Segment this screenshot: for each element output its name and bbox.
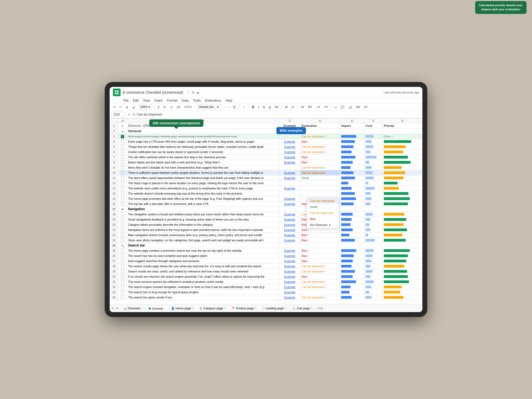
- italic-button[interactable]: I: [257, 104, 260, 110]
- checkbox-unchecked[interactable]: [121, 171, 124, 174]
- checkbox-unchecked[interactable]: [121, 192, 124, 195]
- checkbox-unchecked[interactable]: [121, 140, 124, 143]
- row-check[interactable]: [118, 295, 127, 300]
- row-example[interactable]: Example: [279, 196, 300, 201]
- row-check[interactable]: ●: [118, 128, 127, 134]
- row-check[interactable]: [118, 284, 127, 290]
- redo-button[interactable]: ↪: [118, 105, 123, 109]
- row-example[interactable]: Example: [279, 201, 300, 207]
- cloud-icon[interactable]: ☁: [196, 90, 199, 94]
- row-check[interactable]: [118, 196, 127, 201]
- folder-icon[interactable]: ⊟: [192, 90, 194, 94]
- row-check[interactable]: [118, 165, 127, 170]
- bold-button[interactable]: B: [251, 104, 255, 110]
- menu-insert[interactable]: Insert: [154, 99, 163, 102]
- row-example[interactable]: Example: [279, 144, 300, 149]
- checkbox-unchecked[interactable]: [121, 202, 124, 205]
- checkbox-unchecked[interactable]: [121, 181, 124, 184]
- dropdown-item-good[interactable]: Good: [307, 204, 339, 210]
- row-example[interactable]: Example: [279, 233, 300, 238]
- dropdown-item-can-be-improved2[interactable]: Can be Improved: [307, 210, 339, 216]
- row-example[interactable]: Example: [279, 175, 300, 181]
- checkbox-unchecked[interactable]: [121, 264, 124, 268]
- checkbox-unchecked[interactable]: [121, 275, 124, 278]
- row-check[interactable]: [118, 186, 127, 191]
- comment-button[interactable]: 💬: [340, 105, 346, 109]
- row-example[interactable]: Example: [279, 279, 300, 284]
- evaluation-dropdown[interactable]: Can be Improved Good Can be Improved Bad…: [306, 198, 339, 228]
- row-example[interactable]: Example: [279, 248, 300, 253]
- font-size-input[interactable]: 9: [232, 105, 240, 109]
- row-check[interactable]: [118, 290, 127, 295]
- text-color-button[interactable]: A▾: [274, 105, 279, 109]
- font-minus-button[interactable]: −: [227, 105, 230, 109]
- undo-button[interactable]: ↩: [112, 105, 116, 109]
- row-check[interactable]: [118, 279, 127, 284]
- checkbox-unchecked[interactable]: [121, 160, 124, 164]
- col-header-c[interactable]: C: [279, 119, 300, 123]
- checkbox-unchecked[interactable]: [121, 145, 124, 148]
- row-check[interactable]: [118, 259, 127, 264]
- row-check[interactable]: [118, 201, 127, 207]
- row-check[interactable]: ✓: [118, 134, 127, 139]
- add-sheet-button[interactable]: +: [112, 306, 114, 310]
- function-button[interactable]: Σ▾: [363, 105, 369, 109]
- row-example[interactable]: Example: [279, 217, 300, 222]
- row-example[interactable]: Example: [279, 227, 300, 233]
- strikethrough-button[interactable]: S: [262, 105, 266, 109]
- row-example[interactable]: Example: [279, 186, 300, 191]
- link-button[interactable]: ∞: [334, 105, 338, 109]
- row-example[interactable]: Example: [279, 212, 300, 217]
- align-button[interactable]: ≡▾: [300, 105, 305, 109]
- row-example[interactable]: Example: [279, 149, 300, 155]
- star-icon[interactable]: ☆: [187, 90, 190, 94]
- menu-format[interactable]: Format: [167, 99, 177, 102]
- row-check[interactable]: [118, 253, 127, 259]
- checkbox-unchecked[interactable]: [121, 223, 124, 226]
- menu-tools[interactable]: Tools: [193, 99, 201, 102]
- percent-button[interactable]: %: [162, 105, 167, 109]
- checkbox-unchecked[interactable]: [121, 290, 124, 294]
- sheet-list-button[interactable]: ≡: [116, 306, 118, 310]
- row-check[interactable]: [118, 191, 127, 196]
- chart-button[interactable]: 📊: [347, 105, 353, 109]
- row-eval-selected[interactable]: Can be Improved: [300, 170, 340, 175]
- checkbox-unchecked[interactable]: [121, 212, 124, 216]
- row-example[interactable]: Example: [279, 264, 300, 269]
- paint-format-button[interactable]: 🖌: [131, 105, 136, 109]
- checkbox-checked[interactable]: ✓: [121, 135, 124, 138]
- checkbox-unchecked[interactable]: [121, 280, 124, 283]
- row-check[interactable]: [118, 212, 127, 217]
- checkbox-unchecked[interactable]: [121, 155, 124, 159]
- menu-extensions[interactable]: Extensions: [205, 99, 221, 102]
- checkbox-unchecked[interactable]: [121, 197, 124, 200]
- row-example[interactable]: Example: [279, 222, 300, 227]
- checkbox-unchecked[interactable]: [121, 176, 124, 179]
- row-check[interactable]: [118, 238, 127, 243]
- row-check[interactable]: [118, 248, 127, 253]
- menu-data[interactable]: Data: [182, 99, 189, 102]
- col-header-f[interactable]: F: [364, 119, 383, 123]
- col-header-d[interactable]: D: [300, 119, 340, 123]
- dropdown-item-bad[interactable]: Bad: [307, 216, 339, 222]
- tab-homepage-arrow[interactable]: ▾: [192, 307, 194, 310]
- checkbox-unchecked[interactable]: [121, 295, 124, 299]
- checkbox-unchecked[interactable]: [121, 186, 124, 190]
- row-example[interactable]: Example: [279, 139, 300, 144]
- row-check[interactable]: [118, 160, 127, 165]
- row-check[interactable]: [118, 149, 127, 155]
- formula-input[interactable]: Can be Improved: [137, 113, 420, 116]
- row-check[interactable]: [118, 175, 127, 181]
- tab-landingpage[interactable]: ↗ Landing page ▾: [259, 305, 290, 311]
- row-check[interactable]: ●: [118, 123, 127, 128]
- row-example[interactable]: Example: [279, 284, 300, 290]
- zoom-control[interactable]: 100% ▾: [138, 105, 152, 109]
- decimal-inc-button[interactable]: .00: [175, 105, 181, 109]
- row-example[interactable]: Example: [279, 269, 300, 274]
- dropdown-item-can-be-improved[interactable]: Can be Improved: [307, 198, 339, 204]
- menu-help[interactable]: Help: [226, 99, 232, 102]
- tab-categorypage-arrow[interactable]: ▾: [224, 307, 226, 310]
- tab-productpage[interactable]: 📍 Product page ▾: [229, 305, 259, 311]
- row-example[interactable]: Example: [279, 290, 300, 295]
- row-check[interactable]: [118, 217, 127, 222]
